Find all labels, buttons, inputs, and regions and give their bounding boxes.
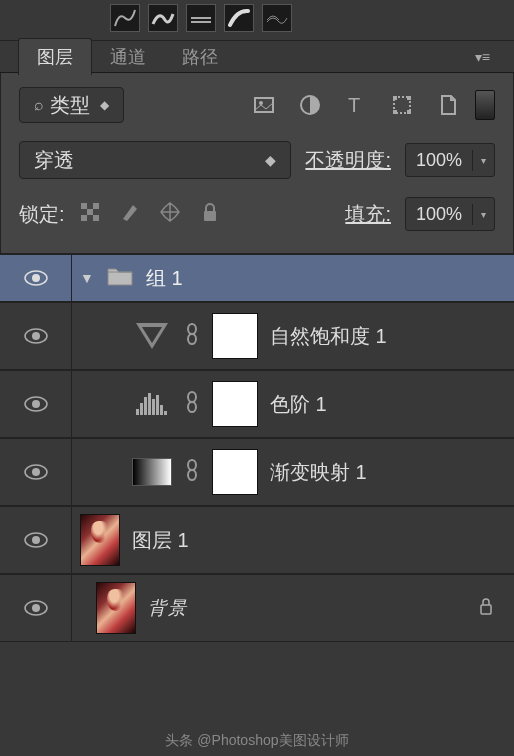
svg-point-18: [32, 332, 40, 340]
folder-icon: [106, 265, 134, 291]
brush-preset-1[interactable]: [110, 4, 140, 32]
svg-rect-28: [156, 395, 159, 415]
svg-point-35: [188, 460, 196, 470]
layer-row-group[interactable]: ▼ 组 1: [0, 254, 514, 302]
panel-menu-icon[interactable]: ▾≡: [451, 49, 514, 65]
svg-point-38: [32, 536, 40, 544]
visibility-icon[interactable]: [24, 532, 48, 548]
chevron-down-icon[interactable]: ▾: [473, 155, 494, 166]
svg-point-32: [188, 402, 196, 412]
lock-all-icon[interactable]: [199, 201, 221, 228]
opacity-value: 100%: [406, 150, 473, 171]
filter-shape-icon[interactable]: [389, 92, 415, 118]
svg-rect-24: [140, 403, 143, 415]
layer-row-background[interactable]: 背景: [0, 574, 514, 642]
fill-label[interactable]: 填充:: [345, 201, 391, 228]
svg-rect-23: [136, 409, 139, 415]
svg-rect-7: [393, 110, 397, 114]
layer-filter-select[interactable]: ⌕ 类型 ◆: [19, 87, 124, 123]
filter-label: 类型: [50, 92, 90, 119]
svg-rect-30: [164, 411, 167, 415]
visibility-icon[interactable]: [24, 464, 48, 480]
layers-panel-body: ⌕ 类型 ◆ T 穿透 ◆ 不透明度: 100% ▾ 锁定:: [0, 73, 514, 254]
brush-preset-2[interactable]: [148, 4, 178, 32]
brush-preset-4[interactable]: [224, 4, 254, 32]
blend-mode-select[interactable]: 穿透 ◆: [19, 141, 291, 179]
svg-point-36: [188, 470, 196, 480]
layer-row-image[interactable]: 图层 1: [0, 506, 514, 574]
tab-channels[interactable]: 通道: [92, 38, 164, 75]
link-mask-icon[interactable]: [184, 459, 200, 485]
gradient-map-icon: [132, 458, 172, 486]
link-mask-icon[interactable]: [184, 323, 200, 349]
svg-rect-8: [407, 110, 411, 114]
filter-pixel-icon[interactable]: [251, 92, 277, 118]
layer-row-levels[interactable]: 色阶 1: [0, 370, 514, 438]
fill-value: 100%: [406, 204, 473, 225]
lock-pixels-icon[interactable]: [119, 201, 141, 228]
svg-rect-9: [81, 203, 87, 209]
chevron-down-icon: ◆: [265, 152, 276, 168]
svg-rect-29: [160, 405, 163, 415]
svg-rect-26: [148, 393, 151, 415]
svg-point-20: [188, 334, 196, 344]
visibility-icon[interactable]: [24, 600, 48, 616]
visibility-icon[interactable]: [24, 396, 48, 412]
svg-rect-11: [87, 209, 93, 215]
layer-mask-thumb[interactable]: [212, 381, 258, 427]
lock-label: 锁定:: [19, 201, 65, 228]
svg-rect-41: [481, 605, 491, 614]
footer-credit: 头条 @Photoshop美图设计师: [0, 732, 514, 750]
layer-name[interactable]: 自然饱和度 1: [270, 323, 387, 350]
filter-toggle-switch[interactable]: [475, 90, 495, 120]
svg-rect-12: [81, 215, 87, 221]
levels-icon: [132, 391, 172, 417]
tab-paths[interactable]: 路径: [164, 38, 236, 75]
visibility-icon[interactable]: [24, 270, 48, 286]
filter-type-icon[interactable]: T: [343, 92, 369, 118]
layer-name[interactable]: 色阶 1: [270, 391, 327, 418]
svg-rect-13: [93, 215, 99, 221]
svg-rect-10: [93, 203, 99, 209]
svg-rect-5: [393, 96, 397, 100]
brush-preset-5[interactable]: [262, 4, 292, 32]
disclosure-icon[interactable]: ▼: [80, 270, 94, 286]
chevron-down-icon: ◆: [100, 98, 109, 112]
panel-tabs: 图层 通道 路径 ▾≡: [0, 41, 514, 73]
vibrance-icon: [132, 323, 172, 349]
link-mask-icon[interactable]: [184, 391, 200, 417]
svg-point-40: [32, 604, 40, 612]
svg-rect-27: [152, 399, 155, 415]
layers-list: ▼ 组 1 自然饱和度 1 色阶 1 渐变映射 1: [0, 254, 514, 642]
layer-name[interactable]: 组 1: [146, 265, 183, 292]
layer-row-vibrance[interactable]: 自然饱和度 1: [0, 302, 514, 370]
svg-rect-14: [204, 211, 216, 221]
svg-point-22: [32, 400, 40, 408]
lock-position-icon[interactable]: [159, 201, 181, 228]
filter-adjustment-icon[interactable]: [297, 92, 323, 118]
layer-row-gradient-map[interactable]: 渐变映射 1: [0, 438, 514, 506]
chevron-down-icon[interactable]: ▾: [473, 209, 494, 220]
layer-mask-thumb[interactable]: [212, 449, 258, 495]
layer-thumb[interactable]: [96, 582, 136, 634]
svg-point-31: [188, 392, 196, 402]
visibility-icon[interactable]: [24, 328, 48, 344]
opacity-label[interactable]: 不透明度:: [305, 147, 391, 174]
layer-name[interactable]: 背景: [148, 596, 188, 620]
svg-rect-6: [407, 96, 411, 100]
svg-point-34: [32, 468, 40, 476]
lock-transparency-icon[interactable]: [79, 201, 101, 228]
opacity-input[interactable]: 100% ▾: [405, 143, 495, 177]
svg-point-19: [188, 324, 196, 334]
brush-preset-3[interactable]: [186, 4, 216, 32]
lock-icon: [478, 597, 494, 619]
layer-thumb[interactable]: [80, 514, 120, 566]
layer-name[interactable]: 渐变映射 1: [270, 459, 367, 486]
filter-smartobject-icon[interactable]: [435, 92, 461, 118]
layer-mask-thumb[interactable]: [212, 313, 258, 359]
fill-input[interactable]: 100% ▾: [405, 197, 495, 231]
svg-point-16: [32, 274, 40, 282]
layer-name[interactable]: 图层 1: [132, 527, 189, 554]
tab-layers[interactable]: 图层: [18, 38, 92, 75]
svg-rect-25: [144, 397, 147, 415]
